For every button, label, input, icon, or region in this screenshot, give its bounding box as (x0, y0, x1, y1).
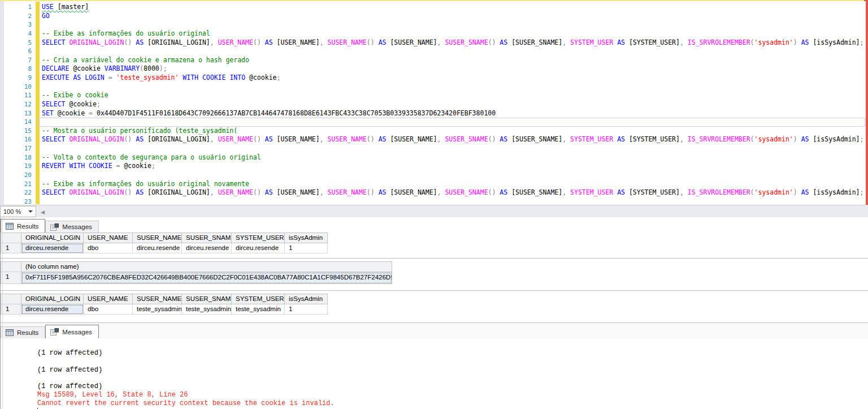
messages-icon (50, 223, 59, 231)
tab-label: Messages (62, 223, 92, 230)
code-line[interactable]: 5SELECT ORIGINAL_LOGIN() AS [ORIGINAL_LO… (0, 38, 868, 48)
sql-editor[interactable]: 1USE [master]2GO34-- Exibe as informaçõe… (0, 1, 868, 205)
grid-cell[interactable]: teste_sysadmin (232, 304, 285, 315)
column-header[interactable]: SUSER_NAME (133, 294, 182, 304)
code-line[interactable]: 9EXECUTE AS LOGIN = 'teste_sysadmin' WIT… (0, 74, 868, 83)
pane-splitter[interactable] (0, 258, 868, 259)
results-grid-icon (6, 223, 14, 230)
code-line[interactable]: 19REVERT WITH COOKIE = @cookie; (0, 162, 868, 171)
column-header[interactable]: SUSER_SNAME (182, 294, 232, 304)
grid-cell[interactable]: teste_sysadmin (133, 304, 182, 315)
code-text: GO (32, 12, 50, 21)
code-line[interactable]: 22SELECT ORIGINAL_LOGIN() AS [ORIGINAL_L… (0, 188, 868, 197)
code-text (32, 197, 42, 205)
grid-cell[interactable]: dbo (84, 304, 133, 315)
row-number[interactable]: 1 (1, 272, 21, 284)
row-number[interactable]: 1 (1, 243, 21, 253)
code-line[interactable]: 10 (0, 83, 868, 92)
line-number: 8 (0, 64, 32, 74)
code-line[interactable]: 20 (0, 171, 868, 180)
grid-cell[interactable]: 0xF711F5F1985A956C2076CBEA8FED32C426649B… (21, 272, 392, 284)
code-line[interactable]: 14 (0, 118, 868, 127)
scroll-left-icon[interactable]: ◀ (37, 209, 45, 215)
tab-label: Results (17, 223, 38, 230)
line-number: 6 (0, 47, 32, 56)
grid-cell[interactable]: dirceu.resende (21, 243, 84, 253)
message-line: (1 row affected) (37, 366, 868, 374)
right-edge-strip (866, 0, 868, 205)
code-text: USE [master] (32, 3, 89, 12)
grid-corner[interactable] (1, 233, 21, 243)
code-text: SELECT @cookie; (32, 100, 101, 109)
column-header[interactable]: SYSTEM_USER (232, 294, 285, 304)
code-text: EXECUTE AS LOGIN = 'teste_sysadmin' WITH… (32, 74, 280, 83)
code-line[interactable]: 7-- Cria a variável do cookie e armazena… (0, 56, 868, 65)
column-header[interactable]: isSysAdmin (285, 294, 328, 304)
tab-results-top[interactable]: Results (1, 219, 45, 233)
results-grid-2: (No column name)10xF711F5F1985A956C2076C… (1, 261, 392, 284)
results-grid-1: ORIGINAL_LOGINUSER_NAMESUSER_NAMESUSER_S… (1, 233, 328, 253)
column-header[interactable]: isSysAdmin (285, 233, 328, 243)
code-text (32, 118, 42, 127)
pane-splitter[interactable] (0, 290, 868, 291)
code-lines[interactable]: 1USE [master]2GO34-- Exibe as informaçõe… (0, 3, 868, 205)
code-line[interactable]: 2GO (0, 12, 868, 21)
column-header[interactable]: SUSER_NAME (133, 233, 182, 243)
code-text: -- Exibe as informações do usuário origi… (32, 29, 210, 38)
tab-messages-top[interactable]: Messages (45, 221, 98, 233)
line-number: 17 (0, 144, 32, 153)
line-number: 9 (0, 74, 32, 83)
line-number: 4 (0, 29, 32, 38)
code-line[interactable]: 18-- Volta o contexto de segurança para … (0, 153, 868, 162)
code-text: SET @cookie = 0x44D407D1F4511F01618D643C… (32, 109, 496, 118)
messages-pane[interactable]: (1 row affected) (1 row affected) (1 row… (3, 338, 868, 409)
code-line[interactable]: 12SELECT @cookie; (0, 100, 868, 109)
row-number[interactable]: 1 (1, 304, 21, 315)
results-grid-icon (6, 329, 14, 336)
code-line[interactable]: 21-- Exibe as informações do usuário ori… (0, 180, 868, 189)
code-line[interactable]: 13SET @cookie = 0x44D407D1F4511F01618D64… (0, 109, 868, 118)
code-line[interactable]: 4-- Exibe as informações do usuário orig… (0, 29, 868, 38)
column-header[interactable]: SYSTEM_USER (232, 233, 285, 243)
code-text: SELECT ORIGINAL_LOGIN() AS [ORIGINAL_LOG… (32, 135, 863, 144)
column-header[interactable]: USER_NAME (84, 233, 133, 243)
line-number: 10 (0, 83, 32, 92)
message-line: (1 row affected) (37, 349, 868, 358)
grid-cell[interactable]: 1 (285, 243, 328, 253)
code-text: SELECT ORIGINAL_LOGIN() AS [ORIGINAL_LOG… (32, 38, 863, 48)
code-line[interactable]: 1USE [master] (0, 3, 868, 12)
grid-cell[interactable]: dbo (84, 243, 133, 253)
zoom-dropdown[interactable]: 100 % (0, 206, 36, 217)
code-line[interactable]: 11-- Exibe o cookie (0, 91, 868, 100)
column-header[interactable]: USER_NAME (84, 294, 133, 304)
grid-cell[interactable]: teste_sysadmin (182, 304, 232, 315)
grid-corner[interactable] (1, 294, 21, 304)
code-line[interactable]: 15-- Mostra o usuário personificado (tes… (0, 127, 868, 136)
message-line: (1 row affected) (37, 382, 868, 391)
left-edge-line (0, 218, 1, 409)
grid-cell[interactable]: dirceu.resende (21, 304, 84, 315)
column-header[interactable]: SUSER_SNAME (182, 233, 232, 243)
tab-results-bottom[interactable]: Results (1, 326, 45, 338)
grid-cell[interactable]: dirceu.resende (182, 243, 232, 253)
code-text (32, 47, 42, 56)
line-number: 1 (0, 3, 32, 12)
grid-corner[interactable] (1, 262, 21, 272)
code-line[interactable]: 23 (0, 197, 868, 205)
grid-cell[interactable]: dirceu.resende (232, 243, 285, 253)
column-header[interactable]: ORIGINAL_LOGIN (21, 294, 84, 304)
grid-cell[interactable]: dirceu.resende (133, 243, 182, 253)
code-line[interactable]: 17 (0, 144, 868, 153)
code-line[interactable]: 16SELECT ORIGINAL_LOGIN() AS [ORIGINAL_L… (0, 135, 868, 144)
column-header[interactable]: ORIGINAL_LOGIN (21, 233, 84, 243)
code-line[interactable]: 6 (0, 47, 868, 56)
code-line[interactable]: 8DECLARE @cookie VARBINARY(8000); (0, 64, 868, 74)
code-line[interactable]: 3 (0, 20, 868, 29)
tab-messages-bottom[interactable]: Messages (45, 325, 98, 338)
message-line: Msg 15589, Level 16, State 8, Line 26 (37, 391, 868, 399)
left-edge-line-inner (2, 218, 3, 409)
column-header[interactable]: (No column name) (21, 262, 392, 272)
horizontal-scrollbar[interactable]: ◀ (37, 206, 868, 217)
grid-cell[interactable]: 1 (285, 304, 328, 315)
ssms-window: 1USE [master]2GO34-- Exibe as informaçõe… (0, 0, 868, 409)
